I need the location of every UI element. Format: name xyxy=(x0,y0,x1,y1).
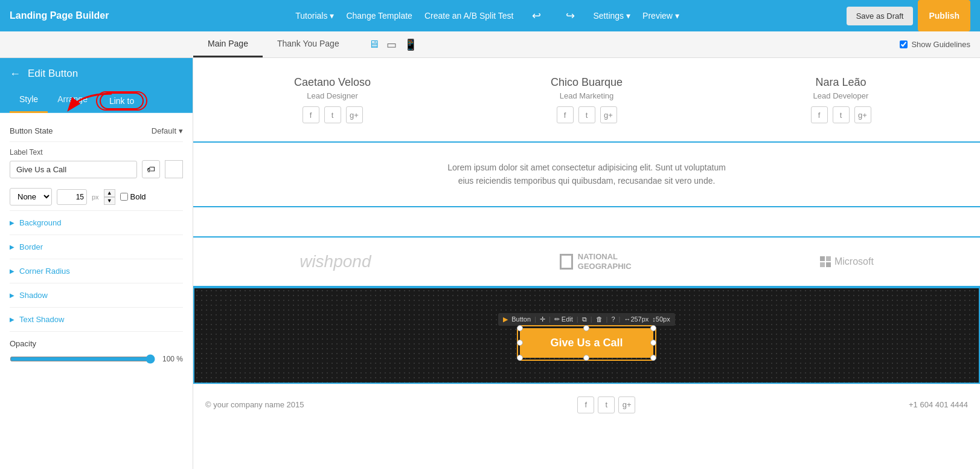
text-shadow-section-header[interactable]: ▶ Text Shadow xyxy=(10,307,183,331)
toolbar-triangle-icon: ▶ xyxy=(503,315,508,323)
wishpond-logo: wishpond xyxy=(299,252,371,271)
change-template-button[interactable]: Change Template xyxy=(346,11,412,21)
button-toolbar: ▶ Button | ✛ | ✏ Edit | ⧉ | 🗑 | ? | ↔257… xyxy=(498,313,674,326)
save-draft-button[interactable]: Save as Draft xyxy=(847,7,914,25)
toolbar-delete-btn[interactable]: 🗑 xyxy=(596,315,603,323)
team-section: Caetano Veloso Lead Designer f t g+ Chic… xyxy=(193,58,980,143)
font-size-unit: px xyxy=(92,193,99,201)
tab-arrange[interactable]: Arrange xyxy=(48,89,97,113)
show-guidelines[interactable]: Show Guidelines xyxy=(900,40,970,49)
toolbar-edit-btn[interactable]: ✏ Edit xyxy=(554,315,573,323)
google-plus-icon[interactable]: g+ xyxy=(854,106,871,123)
resize-handle-top-right[interactable] xyxy=(650,325,656,331)
footer-social: f t g+ xyxy=(577,396,635,413)
facebook-icon[interactable]: f xyxy=(303,106,319,123)
google-plus-icon[interactable]: g+ xyxy=(600,106,617,123)
stepper[interactable]: ▲ ▼ xyxy=(104,189,115,205)
opacity-label: Opacity xyxy=(10,339,183,348)
tutorials-button[interactable]: Tutorials ▾ xyxy=(295,11,334,21)
preview-button[interactable]: Preview ▾ xyxy=(642,11,679,21)
main-layout: ← Edit Button Style Arrange Link to xyxy=(0,58,980,469)
toolbar-copy-btn[interactable]: ⧉ xyxy=(582,315,587,323)
google-plus-icon[interactable]: g+ xyxy=(346,106,363,123)
natgeo-box xyxy=(560,254,573,270)
toolbar-button-label: Button xyxy=(511,315,531,323)
team-member-2: Chico Buarque Lead Marketing f t g+ xyxy=(460,76,714,123)
resize-handle-bottom-right[interactable] xyxy=(650,355,656,361)
label-text-group: Label Text 🏷 xyxy=(10,148,183,178)
bold-checkbox-label[interactable]: Bold xyxy=(120,192,146,201)
team-member-2-name: Chico Buarque xyxy=(472,76,702,89)
chevron-down-icon: ▾ xyxy=(330,11,334,21)
opacity-value: 100 % xyxy=(162,355,183,363)
create-ab-button[interactable]: Create an A/B Split Test xyxy=(424,11,514,21)
back-arrow-icon[interactable]: ← xyxy=(10,68,21,80)
left-panel: ← Edit Button Style Arrange Link to xyxy=(0,58,193,469)
color-swatch[interactable] xyxy=(165,160,183,178)
resize-handle-middle-right[interactable] xyxy=(650,340,656,346)
tab-style[interactable]: Style xyxy=(10,89,48,113)
resize-handle-top-middle[interactable] xyxy=(583,325,589,331)
twitter-icon[interactable]: t xyxy=(833,106,850,123)
app-title: Landing Page Builder xyxy=(10,10,109,21)
opacity-slider[interactable] xyxy=(10,354,155,364)
tab-main-page[interactable]: Main Page xyxy=(193,31,263,57)
nav-right: Save as Draft Publish xyxy=(847,0,970,31)
resize-handle-middle-left[interactable] xyxy=(517,340,523,346)
show-guidelines-checkbox[interactable] xyxy=(900,40,908,48)
canvas-area: Caetano Veloso Lead Designer f t g+ Chic… xyxy=(193,58,980,469)
button-state-value[interactable]: Default ▾ xyxy=(152,126,183,135)
font-size-input[interactable] xyxy=(57,189,87,205)
footer-twitter-icon[interactable]: t xyxy=(598,396,615,413)
tab-link-to[interactable]: Link to xyxy=(100,92,144,109)
panel-header: ← Edit Button xyxy=(0,58,193,89)
toolbar-height: ↕50px xyxy=(652,315,670,323)
tab-thank-you-page[interactable]: Thank You Page xyxy=(263,31,354,57)
team-member-3-name: Nara Leão xyxy=(726,76,956,89)
tablet-icon[interactable]: ▭ xyxy=(386,38,397,51)
logo-section: wishpond NATIONALGEOGRAPHIC Microsoft xyxy=(193,238,980,287)
team-member-1-social: f t g+ xyxy=(217,106,447,123)
facebook-icon[interactable]: f xyxy=(557,106,574,123)
footer-google-plus-icon[interactable]: g+ xyxy=(618,396,635,413)
facebook-icon[interactable]: f xyxy=(811,106,828,123)
shadow-section-header[interactable]: ▶ Shadow xyxy=(10,283,183,307)
toolbar-move-icon[interactable]: ✛ xyxy=(540,315,545,323)
team-member-3-social: f t g+ xyxy=(726,106,956,123)
page-tabs: Main Page Thank You Page xyxy=(193,31,354,57)
toolbar-help-btn[interactable]: ? xyxy=(611,315,615,323)
font-size-down[interactable]: ▼ xyxy=(104,197,115,205)
redo-button[interactable]: ↪ xyxy=(560,5,581,27)
team-member-1-name: Caetano Veloso xyxy=(217,76,447,89)
cta-button[interactable]: Give Us a Call xyxy=(520,328,653,358)
settings-button[interactable]: Settings ▾ xyxy=(594,11,631,21)
font-size-up[interactable]: ▲ xyxy=(104,189,115,197)
desktop-icon[interactable]: 🖥 xyxy=(368,38,379,51)
resize-handle-bottom-middle[interactable] xyxy=(583,355,589,361)
chevron-down-icon: ▾ xyxy=(179,126,183,135)
twitter-icon[interactable]: t xyxy=(578,106,595,123)
footer-facebook-icon[interactable]: f xyxy=(577,396,594,413)
footer-section: © your company name 2015 f t g+ +1 604 4… xyxy=(193,384,980,425)
cta-button-wrapper: ▶ Button | ✛ | ✏ Edit | ⧉ | 🗑 | ? | ↔257… xyxy=(498,313,674,358)
microsoft-logo: Microsoft xyxy=(820,256,874,267)
team-member-2-role: Lead Marketing xyxy=(472,91,702,100)
chevron-right-icon: ▶ xyxy=(10,316,14,323)
mobile-icon[interactable]: 📱 xyxy=(404,38,417,51)
undo-button[interactable]: ↩ xyxy=(526,5,548,27)
publish-button[interactable]: Publish xyxy=(918,0,970,31)
background-section-header[interactable]: ▶ Background xyxy=(10,210,183,234)
font-style-select[interactable]: None xyxy=(10,188,52,205)
corner-radius-section-header[interactable]: ▶ Corner Radius xyxy=(10,259,183,283)
opacity-section: Opacity 100 % xyxy=(10,331,183,371)
label-text-input[interactable] xyxy=(10,161,137,178)
team-member-2-social: f t g+ xyxy=(472,106,702,123)
top-navbar: Landing Page Builder Tutorials ▾ Change … xyxy=(0,0,980,31)
bold-checkbox[interactable] xyxy=(120,193,128,201)
cta-section: ▶ Button | ✛ | ✏ Edit | ⧉ | 🗑 | ? | ↔257… xyxy=(193,287,980,384)
tag-icon[interactable]: 🏷 xyxy=(142,160,160,178)
border-section-header[interactable]: ▶ Border xyxy=(10,234,183,259)
twitter-icon[interactable]: t xyxy=(324,106,341,123)
chevron-right-icon: ▶ xyxy=(10,268,14,274)
spacer-1 xyxy=(193,207,980,238)
